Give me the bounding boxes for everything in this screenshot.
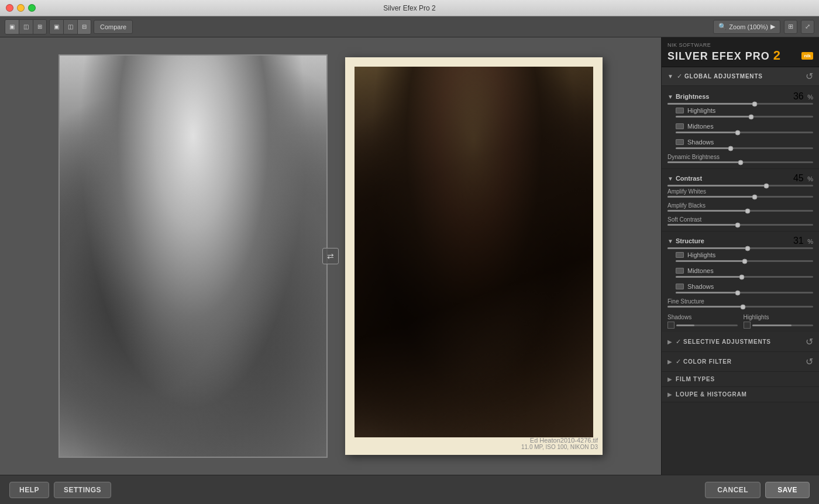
image-meta: 11.0 MP, ISO 100, NIKON D3 <box>521 444 598 450</box>
compare-button[interactable]: Compare <box>94 20 133 34</box>
highlights-checkbox[interactable] <box>676 108 684 113</box>
shadows-color-swatch[interactable] <box>667 322 675 329</box>
contrast-value: 45 <box>793 173 804 183</box>
toning-shadows-col: Shadows <box>667 314 738 329</box>
structure-value: 31 <box>793 236 804 246</box>
structure-main-slider[interactable] <box>667 247 813 249</box>
brightness-value: 36 <box>793 91 804 101</box>
minimize-button[interactable] <box>17 4 25 12</box>
maximize-button[interactable] <box>28 4 36 12</box>
toning-highlights-label: Highlights <box>744 314 814 320</box>
view-mode-3-button[interactable]: ⊟ <box>78 20 91 34</box>
bottom-left-buttons: HELP SETTINGS <box>9 482 111 498</box>
brightness-header[interactable]: ▼ Brightness 36 % <box>662 88 819 103</box>
selective-adj-reset-icon[interactable]: ↺ <box>806 336 813 347</box>
contrast-value-display: 45 % <box>793 173 813 184</box>
loupe-arrow-icon: ▶ <box>667 391 672 398</box>
after-panel: Ed Heaton2010-4276.tif 11.0 MP, ISO 100,… <box>345 57 603 455</box>
contrast-main-slider[interactable] <box>667 185 813 187</box>
amplify-whites-slider[interactable] <box>667 196 813 198</box>
divider-2 <box>662 231 819 232</box>
right-panel: Nik Software SILVER EFEX PRO 2 nik ▼ ✓ G… <box>661 37 819 475</box>
zoom-arrow-icon: ▶ <box>770 23 775 30</box>
window-controls[interactable] <box>6 4 36 12</box>
soft-contrast-slider[interactable] <box>667 224 813 226</box>
dual-view-button[interactable]: ⊞ <box>33 20 46 34</box>
structure-shadows-label: Shadows <box>687 283 714 290</box>
contrast-header[interactable]: ▼ Contrast 45 % <box>662 170 819 185</box>
toning-shadows-slider[interactable] <box>676 325 738 326</box>
global-adjustments-header[interactable]: ▼ ✓ GLOBAL ADJUSTMENTS ↺ <box>662 67 819 86</box>
zoom-display: 🔍 Zoom (100%) ▶ <box>713 20 780 34</box>
nik-logo-badge: nik <box>801 52 813 60</box>
view-mode-group[interactable]: ▣ ◫ ⊟ <box>49 19 91 34</box>
global-adj-reset-icon[interactable]: ↺ <box>806 71 813 82</box>
image-info: Ed Heaton2010-4276.tif 11.0 MP, ISO 100,… <box>521 437 598 450</box>
selective-adj-check-icon: ✓ <box>676 338 681 346</box>
view-mode-1-button[interactable]: ▣ <box>50 20 64 34</box>
amplify-whites-row: Amplify Whites <box>662 188 819 202</box>
help-button[interactable]: HELP <box>9 482 49 498</box>
structure-midtones-slider[interactable] <box>676 276 813 278</box>
after-image <box>355 67 593 437</box>
toning-shadows-swatch-row <box>667 322 738 329</box>
structure-midtones-label: Midtones <box>687 267 714 274</box>
loupe-histogram-section[interactable]: ▶ LOUPE & HISTOGRAM <box>662 387 819 402</box>
split-view-button[interactable]: ◫ <box>19 20 33 34</box>
toolbar-right: 🔍 Zoom (100%) ▶ ⊞ ⤢ <box>713 20 814 34</box>
structure-title: ▼ Structure <box>667 237 704 244</box>
fine-structure-slider[interactable] <box>667 306 813 308</box>
film-types-section[interactable]: ▶ FILM TYPES <box>662 372 819 387</box>
fullscreen-button[interactable]: ⤢ <box>801 20 814 34</box>
shadows-slider[interactable] <box>676 147 813 149</box>
zoom-fit-button[interactable]: ⊞ <box>784 20 797 34</box>
search-icon: 🔍 <box>718 23 727 30</box>
settings-button[interactable]: SETTINGS <box>54 482 111 498</box>
midtones-checkbox[interactable] <box>676 123 684 129</box>
structure-midtones-checkbox[interactable] <box>676 268 684 274</box>
highlights-color-swatch[interactable] <box>744 322 751 329</box>
toning-row: Shadows Highlights <box>662 312 819 330</box>
bottom-right-buttons: CANCEL SAVE <box>705 482 810 498</box>
dynamic-brightness-slider[interactable] <box>667 161 813 163</box>
toning-highlights-swatch-row <box>744 322 814 329</box>
structure-header[interactable]: ▼ Structure 31 % <box>662 233 819 247</box>
toning-highlights-slider[interactable] <box>752 325 814 326</box>
structure-shadows-checkbox[interactable] <box>676 284 684 289</box>
toning-highlights-col: Highlights <box>744 314 814 329</box>
loupe-title: LOUPE & HISTOGRAM <box>676 391 813 398</box>
midtones-slider[interactable] <box>676 132 813 133</box>
highlights-slider[interactable] <box>676 116 813 118</box>
highlights-label: Highlights <box>687 107 715 114</box>
structure-shadows-row: Shadows <box>662 282 819 298</box>
film-types-arrow-icon: ▶ <box>667 376 672 382</box>
single-view-button[interactable]: ▣ <box>5 20 19 34</box>
shadows-label: Shadows <box>687 139 714 146</box>
brightness-main-slider[interactable] <box>667 103 813 105</box>
color-filter-reset-icon[interactable]: ↺ <box>806 356 813 367</box>
selective-adj-title: SELECTIVE ADJUSTMENTS <box>683 339 806 345</box>
color-filter-section[interactable]: ▶ ✓ COLOR FILTER ↺ <box>662 352 819 372</box>
save-button[interactable]: SAVE <box>765 482 810 498</box>
brightness-title: ▼ Brightness <box>667 93 709 100</box>
layout-group[interactable]: ▣ ◫ ⊞ <box>5 19 47 34</box>
structure-shadows-slider[interactable] <box>676 292 813 294</box>
selective-adjustments-section[interactable]: ▶ ✓ SELECTIVE ADJUSTMENTS ↺ <box>662 332 819 352</box>
main-content: ⇄ Ed Heaton2010-4276.tif 11.0 MP, ISO 10… <box>0 37 819 475</box>
swap-panels-button[interactable]: ⇄ <box>322 248 339 264</box>
film-types-title: FILM TYPES <box>676 376 813 382</box>
brightness-highlights-row: Highlights <box>662 106 819 122</box>
structure-arrow-icon: ▼ <box>667 238 673 244</box>
structure-highlights-checkbox[interactable] <box>676 252 684 258</box>
dynamic-brightness-row: Dynamic Brightness <box>662 153 819 167</box>
view-mode-2-button[interactable]: ◫ <box>64 20 78 34</box>
structure-highlights-slider[interactable] <box>676 260 813 262</box>
toning-shadows-label: Shadows <box>667 314 738 320</box>
structure-midtones-row: Midtones <box>662 266 819 282</box>
cancel-button[interactable]: CANCEL <box>705 482 760 498</box>
amplify-blacks-slider[interactable] <box>667 210 813 212</box>
color-filter-arrow-icon: ▶ <box>667 358 672 365</box>
global-adj-title: GLOBAL ADJUSTMENTS <box>684 73 806 80</box>
close-button[interactable] <box>6 4 13 12</box>
shadows-checkbox[interactable] <box>676 139 684 145</box>
